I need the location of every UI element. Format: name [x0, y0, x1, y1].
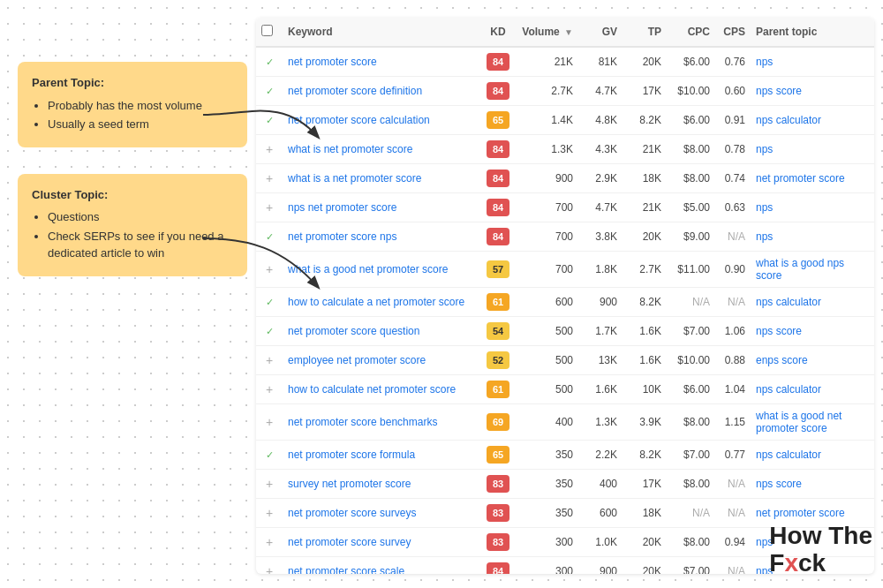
plus-icon: +: [266, 415, 273, 429]
row-check-cell[interactable]: ✓: [256, 106, 283, 135]
row-check-cell[interactable]: ✓: [256, 441, 283, 470]
row-cps-cell: N/A: [715, 288, 751, 317]
parent-topic-link[interactable]: nps: [756, 56, 773, 68]
table-row: ✓how to calculate a net promoter score61…: [256, 288, 874, 317]
page-wrapper: Parent Topic: Probably has the most volu…: [0, 0, 883, 588]
table-row: ✓net promoter score formula653502.2K8.2K…: [256, 441, 874, 470]
check-icon: ✓: [266, 449, 274, 460]
parent-topic-link[interactable]: nps: [756, 201, 773, 214]
row-tp-cell: 2.7K: [623, 252, 667, 288]
na-label: N/A: [728, 230, 745, 243]
keyword-link[interactable]: net promoter score survey: [288, 536, 411, 548]
row-check-cell[interactable]: ✓: [256, 47, 283, 77]
kd-badge: 61: [487, 293, 509, 311]
col-header-keyword[interactable]: Keyword: [283, 18, 479, 47]
row-check-cell[interactable]: +: [256, 404, 283, 441]
parent-topic-link[interactable]: enps score: [756, 354, 808, 366]
row-check-cell[interactable]: +: [256, 528, 283, 557]
keyword-link[interactable]: what is net promoter score: [288, 143, 412, 155]
row-check-cell[interactable]: +: [256, 164, 283, 193]
parent-topic-link[interactable]: net promoter score: [756, 507, 845, 519]
row-keyword-cell: net promoter score surveys: [283, 499, 479, 528]
row-check-cell[interactable]: +: [256, 470, 283, 499]
row-check-cell[interactable]: ✓: [256, 288, 283, 317]
watermark-ck: ck: [798, 549, 826, 577]
row-check-cell[interactable]: +: [256, 252, 283, 288]
na-label: N/A: [728, 565, 745, 574]
row-check-cell[interactable]: ✓: [256, 222, 283, 252]
row-parent-cell: nps score: [751, 317, 874, 346]
row-cpc-cell: $9.00: [667, 222, 715, 252]
na-label: N/A: [692, 507, 710, 519]
parent-topic-link[interactable]: what is a good net promoter score: [756, 410, 841, 434]
row-check-cell[interactable]: ✓: [256, 317, 283, 346]
keyword-link[interactable]: net promoter score: [288, 56, 377, 68]
row-volume-cell: 350: [517, 470, 578, 499]
row-cpc-cell: $8.00: [667, 164, 715, 193]
keyword-link[interactable]: what is a good net promoter score: [288, 263, 448, 275]
parent-topic-link[interactable]: nps calculator: [756, 114, 821, 126]
keyword-link[interactable]: nps net promoter score: [288, 201, 396, 214]
select-all-checkbox[interactable]: [261, 25, 273, 36]
row-keyword-cell: employee net promoter score: [283, 346, 479, 375]
row-cpc-cell: $7.00: [667, 441, 715, 470]
row-check-cell[interactable]: +: [256, 193, 283, 222]
keyword-link[interactable]: how to calculate a net promoter score: [288, 296, 464, 308]
keyword-link[interactable]: net promoter score definition: [288, 85, 422, 97]
row-kd-cell: 84: [479, 164, 517, 193]
plus-icon: +: [266, 564, 273, 574]
col-header-volume[interactable]: Volume ▼: [517, 18, 578, 47]
col-header-cps[interactable]: CPS: [715, 18, 751, 47]
row-kd-cell: 84: [479, 135, 517, 164]
parent-topic-link[interactable]: nps calculator: [756, 296, 821, 308]
row-check-cell[interactable]: +: [256, 135, 283, 164]
row-cps-cell: N/A: [715, 222, 751, 252]
row-keyword-cell: net promoter score nps: [283, 222, 479, 252]
parent-topic-link[interactable]: nps calculator: [756, 449, 821, 461]
parent-topic-item-1: Probably has the most volume: [48, 97, 233, 115]
parent-topic-link[interactable]: nps score: [756, 478, 802, 490]
parent-topic-link[interactable]: nps score: [756, 325, 802, 337]
row-cpc-cell: $11.00: [667, 252, 715, 288]
row-check-cell[interactable]: +: [256, 375, 283, 404]
row-check-cell[interactable]: +: [256, 346, 283, 375]
parent-topic-link[interactable]: nps: [756, 143, 773, 155]
keyword-link[interactable]: how to calculate net promoter score: [288, 383, 456, 396]
keyword-link[interactable]: employee net promoter score: [288, 354, 426, 366]
col-header-cpc[interactable]: CPC: [667, 18, 715, 47]
row-gv-cell: 400: [578, 470, 623, 499]
parent-topic-link[interactable]: net promoter score: [756, 172, 845, 185]
row-cpc-cell: $7.00: [667, 557, 715, 575]
table-row: +what is a good net promoter score577001…: [256, 252, 874, 288]
keyword-link[interactable]: net promoter score calculation: [288, 114, 430, 126]
keyword-link[interactable]: what is a net promoter score: [288, 172, 421, 185]
table-row: +how to calculate net promoter score6150…: [256, 375, 874, 404]
row-cpc-cell: $5.00: [667, 193, 715, 222]
parent-topic-box: Parent Topic: Probably has the most volu…: [18, 62, 247, 147]
parent-topic-link[interactable]: nps score: [756, 85, 802, 97]
keyword-link[interactable]: net promoter score scale: [288, 565, 404, 574]
row-check-cell[interactable]: +: [256, 557, 283, 575]
col-header-kd[interactable]: KD: [479, 18, 517, 47]
parent-topic-link[interactable]: what is a good nps score: [756, 257, 844, 282]
col-header-gv[interactable]: GV: [578, 18, 623, 47]
keyword-link[interactable]: survey net promoter score: [288, 478, 411, 490]
keyword-link[interactable]: net promoter score question: [288, 325, 419, 337]
plus-icon: +: [266, 382, 273, 396]
col-header-parent[interactable]: Parent topic: [751, 18, 874, 47]
parent-topic-link[interactable]: nps calculator: [756, 383, 821, 396]
keyword-link[interactable]: net promoter score benchmarks: [288, 416, 437, 428]
row-parent-cell: what is a good net promoter score: [751, 404, 874, 441]
col-header-checkbox[interactable]: [256, 18, 283, 47]
keyword-link[interactable]: net promoter score nps: [288, 230, 396, 243]
row-gv-cell: 81K: [578, 47, 623, 77]
row-check-cell[interactable]: +: [256, 499, 283, 528]
kd-badge: 52: [487, 351, 509, 369]
row-check-cell[interactable]: ✓: [256, 77, 283, 106]
row-keyword-cell: how to calculate a net promoter score: [283, 288, 479, 317]
keyword-link[interactable]: net promoter score formula: [288, 449, 415, 461]
parent-topic-link[interactable]: nps: [756, 230, 773, 243]
keyword-link[interactable]: net promoter score surveys: [288, 507, 416, 519]
row-keyword-cell: net promoter score benchmarks: [283, 404, 479, 441]
col-header-tp[interactable]: TP: [623, 18, 667, 47]
